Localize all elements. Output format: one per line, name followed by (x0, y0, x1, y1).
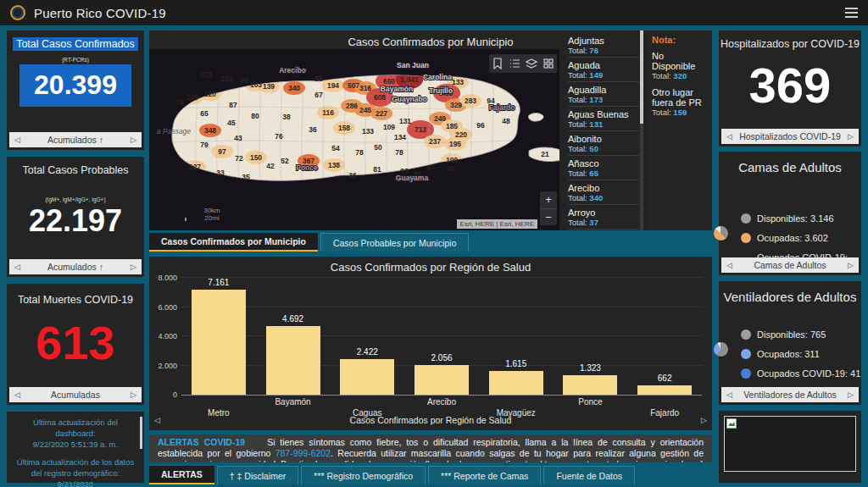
list-item[interactable]: AguadillaTotal: 173 (568, 82, 639, 107)
prev-arrow-icon[interactable]: ◁ (154, 416, 160, 424)
image-placeholder (724, 416, 856, 472)
municipality-count: 35 (242, 173, 250, 181)
municipality-count: 65 (200, 109, 209, 118)
bar-caguas[interactable] (340, 359, 394, 395)
bar-value-label: 1.323 (580, 363, 601, 373)
municipality-count: 348 (204, 126, 216, 135)
x-category-label: Bayamón (275, 397, 310, 407)
bar-metro[interactable] (192, 290, 246, 395)
prev-arrow-icon[interactable]: ◁ (14, 390, 20, 399)
prev-arrow-icon[interactable]: ◁ (14, 263, 20, 271)
list-scrollbar[interactable] (640, 30, 643, 230)
alert-title: ALERTAS COVID-19 (158, 437, 245, 447)
municipality-count: 80 (251, 112, 259, 120)
municipality-list[interactable]: AdjuntasTotal: 76AguadaTotal: 149Aguadil… (561, 30, 639, 230)
municipality-count: 47 (426, 163, 435, 172)
legend-item: Ocupados: 311 (741, 349, 861, 359)
list-item[interactable]: Aguas BuenasTotal: 131 (568, 107, 639, 131)
tab-casos-probables-por-municipio[interactable]: Casos Probables por Municipio (320, 233, 469, 252)
bookmark-icon[interactable] (489, 54, 506, 73)
y-tick: 0 (173, 390, 177, 399)
prev-arrow-icon[interactable]: ◁ (726, 132, 732, 141)
municipality-count: 78 (355, 148, 364, 157)
next-arrow-icon[interactable]: ▷ (848, 390, 854, 399)
legend-dot-icon (741, 329, 751, 340)
tab--disclaimer[interactable]: † ‡ Disclaimer (217, 466, 299, 484)
municipality-count: 87 (229, 101, 237, 109)
dashboard: Puerto Rico COVID-19 Total Casos Confirm… (0, 0, 868, 487)
map-city-label: Arecibo (279, 66, 306, 75)
bar-bayamón[interactable] (266, 326, 320, 395)
menu-icon[interactable] (845, 8, 858, 18)
header: Puerto Rico COVID-19 (0, 0, 868, 25)
next-arrow-icon[interactable]: ▷ (131, 136, 136, 144)
map-toolbar (489, 54, 557, 73)
legend-item: Ocupados COVID-19: 41 (741, 368, 861, 379)
list-item[interactable]: AdjuntasTotal: 76 (568, 33, 639, 58)
municipality-count: 76 (275, 132, 283, 141)
tab-casos-confirmados-por-municipio[interactable]: Casos Confirmados por Municipio (149, 233, 318, 252)
municipality-count: 185 (446, 122, 458, 130)
next-arrow-icon[interactable]: ▷ (131, 390, 136, 399)
legend-dot-icon (741, 233, 751, 243)
list-item[interactable]: ArroyoTotal: 37 (568, 205, 639, 230)
tab--reporte-de-camas[interactable]: *** Reporte de Camas (428, 466, 541, 484)
ventiladores-legend: Disponibles: 765Ocupados: 311Ocupados CO… (719, 329, 861, 379)
tab--registro-demogr-fico[interactable]: *** Registro Demográfico (301, 466, 426, 484)
tab-fuente-de-datos[interactable]: Fuente de Datos (543, 466, 635, 484)
app-title: Puerto Rico COVID-19 (34, 6, 166, 20)
municipality-count: 194 (327, 81, 339, 90)
tab-alertas[interactable]: ALERTAS (149, 466, 214, 484)
legend-dot-icon (741, 368, 751, 379)
map-scalebar: 30km 20mi (185, 207, 239, 222)
municipality-count: 329 (450, 101, 462, 109)
zoom-in-button[interactable]: + (540, 191, 557, 208)
bar-fajardo[interactable] (637, 385, 692, 395)
bar-value-label: 662 (658, 374, 672, 383)
list-item[interactable]: AñascoTotal: 65 (568, 156, 639, 180)
layers-icon[interactable] (523, 54, 540, 73)
list-item[interactable]: AreciboTotal: 340 (568, 180, 639, 205)
next-arrow-icon[interactable]: ▷ (848, 132, 854, 141)
municipality-count: 52 (281, 157, 289, 165)
alert-text: ALERTAS COVID-19Si tienes síntomas como … (158, 437, 704, 462)
bar-ponce[interactable] (563, 375, 617, 395)
map-attribution: Esri, HERE | Esri, HERE (457, 219, 537, 229)
list-item[interactable]: AibonitoTotal: 50 (568, 131, 639, 156)
panel-title: Total Casos Probables (7, 164, 144, 176)
confirmados-value: 20.399 (19, 71, 131, 98)
bar-mayagüez[interactable] (489, 371, 543, 395)
basemap-icon[interactable] (540, 54, 557, 73)
map-canvas[interactable]: 1731038910313934096194507149120748767286… (149, 49, 559, 230)
bar-arecibo[interactable] (415, 365, 469, 395)
municipality-count: 81 (373, 165, 381, 174)
panel-last-update: Última actualización del dashboard:9/22/… (7, 412, 144, 483)
stat-subtitle: (RT-PCRs) (7, 57, 144, 63)
list-item[interactable]: AguadaTotal: 149 (568, 58, 639, 82)
chart-title: Casos Confirmados por Región de Salud (149, 257, 712, 274)
municipality-count: 316 (359, 84, 371, 92)
prev-arrow-icon[interactable]: ◁ (726, 261, 732, 269)
legend-dot-icon (741, 213, 751, 224)
scrollbar[interactable] (140, 417, 142, 449)
y-tick: 6.000 (158, 303, 177, 312)
nota-item: Otro lugar fuera de PRTotal: 159 (652, 87, 709, 117)
prev-arrow-icon[interactable]: ◁ (726, 390, 732, 399)
next-arrow-icon[interactable]: ▷ (848, 261, 854, 269)
panel-total-muertes: Total Muertes COVID-19 613 ◁ Acumuladas … (7, 284, 144, 405)
map-city-label: a Passage (157, 127, 191, 136)
next-arrow-icon[interactable]: ▷ (701, 416, 707, 424)
bar-chart: 02.0004.0006.0008.0007.1614.6922.4222.05… (181, 279, 702, 396)
next-arrow-icon[interactable]: ▷ (131, 263, 136, 271)
y-tick: 2.000 (158, 362, 177, 370)
prev-arrow-icon[interactable]: ◁ (14, 136, 20, 144)
pager-footer: ◁ Camas de Adultos ▷ (721, 257, 859, 273)
legend-icon[interactable] (506, 54, 523, 73)
legend-dot-icon (741, 349, 751, 359)
zoom-control: + − (540, 191, 557, 225)
y-tick: 4.000 (158, 332, 177, 340)
municipality-count: 150 (250, 153, 262, 162)
x-category-label: Ponce (578, 397, 602, 407)
zoom-out-button[interactable]: − (540, 208, 557, 225)
phone-link[interactable]: 787-999-6202 (275, 448, 331, 458)
